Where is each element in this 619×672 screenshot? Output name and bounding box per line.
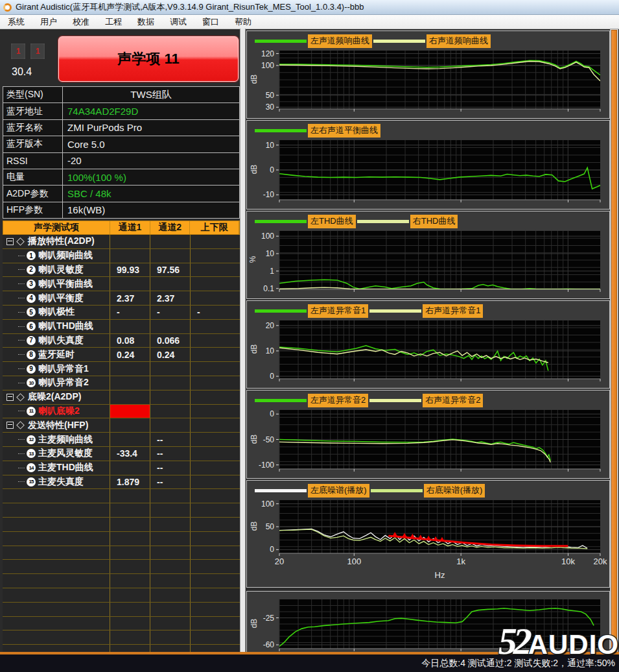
test-item-row[interactable]: 13主麦风灵敏度-33.4-- [3,447,240,461]
test-item-row[interactable]: 7喇叭失真度0.080.066 [3,334,240,348]
item-label: 主麦失真度 [38,476,84,488]
channel2-value [150,489,191,503]
test-header-col-2[interactable]: 通道1 [110,221,150,234]
limit-value [191,263,240,277]
meter-value: 30.4 [12,66,32,78]
test-header-col-1[interactable]: 声学测试项 [3,221,110,234]
collapse-minus-icon[interactable] [6,238,14,245]
info-value: -20 [63,153,239,169]
svg-text:20: 20 [275,557,284,566]
tree-branch-line [18,411,25,411]
test-item-row[interactable]: 1喇叭频响曲线 [3,249,240,263]
test-item-row[interactable]: 9喇叭异常音1 [3,362,240,376]
test-name-cell: 播放特性(A2DP) [3,235,110,248]
panel-divider[interactable] [240,29,246,652]
menu-item-2[interactable]: 用户 [32,15,65,29]
channel2-value: -- [150,461,191,475]
item-label: 喇叭失真度 [38,335,84,346]
test-item-row[interactable]: 12主麦频响曲线-- [3,433,240,447]
test-name-cell [3,603,110,616]
limit-value [191,475,240,489]
counter-button-1[interactable]: 1 [10,43,26,60]
test-item-row[interactable]: 11喇叭底噪2 [3,405,240,419]
test-item-row[interactable]: 6喇叭THD曲线 [3,320,240,334]
test-name-cell [3,617,110,630]
test-empty-row [3,489,240,503]
test-item-row[interactable]: 8蓝牙延时0.240.24 [3,348,240,362]
tree-branch-line [18,354,25,355]
channel1-value: - [110,306,150,319]
item-label: 喇叭极性 [38,306,75,318]
y-axis-label: dB [250,165,259,174]
test-group-row[interactable]: 发送特性(HFP) [3,418,240,433]
test-item-row[interactable]: 3喇叭平衡曲线 [3,277,240,291]
test-name-cell: 8蓝牙延时 [3,348,110,361]
test-group-row[interactable]: 播放特性(A2DP) [3,235,240,249]
channel2-value: 2.37 [150,291,191,305]
test-item-row[interactable]: 14主麦THD曲线-- [3,461,240,475]
test-item-row[interactable]: 10喇叭异常音2 [3,376,240,390]
test-item-row[interactable]: 5喇叭极性--- [3,306,240,320]
info-value: 100%(100 %) [63,169,239,185]
channel2-value [150,362,191,376]
menu-item-1[interactable]: 系统 [0,15,32,29]
item-number-badge: 8 [27,350,36,359]
item-number-badge: 11 [27,407,36,416]
test-header-col-3[interactable]: 通道2 [150,221,191,234]
svg-text:-60: -60 [263,640,275,649]
legend-label: 右声道频响曲线 [426,34,491,48]
info-row: 类型(SN)TWS组队 [3,87,239,103]
app-window: Girant Audistic(蓝牙耳机声学测试,A版本,V9.3.14.9 G… [0,0,619,672]
test-name-cell [3,532,110,546]
test-group-row[interactable]: 底噪2(A2DP) [3,390,240,405]
menu-item-5[interactable]: 数据 [130,15,162,29]
counter-button-2[interactable]: 1 [30,43,45,60]
vertical-scrollbar[interactable] [610,29,618,652]
item-label: 喇叭频响曲线 [38,250,93,261]
acoustic-item-button[interactable]: 声学项 11 [58,36,239,82]
test-item-row[interactable]: 15主麦失真度1.879-- [3,475,240,490]
y-axis-label: dB [250,344,259,354]
test-header-col-4[interactable]: 上下限 [190,221,239,234]
info-row: 蓝牙名称ZMI PurPods Pro [3,120,239,136]
legend-swatch [255,399,307,402]
title-bar[interactable]: Girant Audistic(蓝牙耳机声学测试,A版本,V9.3.14.9 G… [0,0,619,15]
limit-value [191,390,240,404]
test-name-cell: 2喇叭灵敏度 [3,263,110,277]
device-info-table: 类型(SN)TWS组队蓝牙地址74A34AD2F29D蓝牙名称ZMI PurPo… [3,86,240,219]
tree-branch-line [18,283,25,284]
test-name-cell: 发送特性(HFP) [3,418,110,432]
legend-swatch [373,40,425,43]
legend-label: 右底噪谱(播放) [424,484,485,498]
test-item-row[interactable]: 2喇叭灵敏度99.9397.56 [3,263,240,278]
chart-panel-6: 左底噪谱(播放)右底噪谱(播放)dB100500201001k10k20kHz [246,480,610,588]
menu-item-6[interactable]: 调试 [162,15,194,29]
menu-item-4[interactable]: 工程 [97,15,130,29]
limit-value [191,348,240,361]
channel1-value [110,235,150,248]
test-empty-row [3,603,240,617]
scrollbar-thumb[interactable] [611,30,617,651]
test-empty-row [3,588,240,603]
info-label: 蓝牙名称 [3,120,63,136]
legend-label: 右声道异常音1 [423,304,483,318]
limit-value [191,235,240,248]
collapse-minus-icon[interactable] [6,422,14,429]
item-number-badge: 2 [27,265,36,274]
channel1-value [110,518,150,531]
collapse-minus-icon[interactable] [6,394,14,401]
test-name-cell: 3喇叭平衡曲线 [3,277,110,291]
svg-text:-25: -25 [263,614,275,623]
channel2-value [150,390,191,404]
tree-branch-line [18,326,25,327]
svg-text:1: 1 [270,267,274,276]
channel1-value [110,574,150,588]
item-number-badge: 15 [27,477,36,486]
menu-item-3[interactable]: 校准 [65,15,97,29]
limit-value [191,503,240,517]
menu-item-8[interactable]: 帮助 [227,15,259,29]
test-name-cell [3,489,110,503]
item-label: 喇叭THD曲线 [38,320,93,332]
menu-item-7[interactable]: 窗口 [194,15,227,29]
test-item-row[interactable]: 4喇叭平衡度2.372.37 [3,291,240,306]
